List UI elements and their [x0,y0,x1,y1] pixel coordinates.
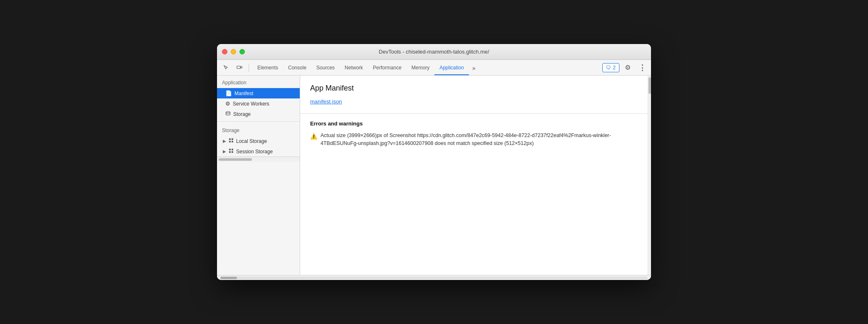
sidebar-item-service-workers[interactable]: ⚙ Service Workers [217,98,300,109]
sidebar-storage-title: Storage [217,123,300,136]
content-title: App Manifest [310,84,638,93]
warning-row: ⚠️ Actual size (3999×2666)px of Screensh… [310,132,638,147]
local-storage-grid-icon [229,138,234,144]
devtools-window: DevTools - chiseled-mammoth-talos.glitch… [217,44,651,280]
sidebar-item-storage-label: Storage [233,111,251,117]
tab-sources[interactable]: Sources [311,61,340,75]
svg-rect-6 [232,141,233,142]
svg-point-2 [226,112,230,113]
sidebar-item-local-storage-label: Local Storage [236,138,267,144]
tab-elements[interactable]: Elements [252,61,283,75]
titlebar: DevTools - chiseled-mammoth-talos.glitch… [217,44,651,60]
bottom-scrollbar-area [217,275,651,280]
tab-bar: Elements Console Sources Network Perform… [252,60,601,75]
warning-text: Actual size (3999×2666)px of Screenshot … [321,132,638,147]
storage-icon [225,111,231,118]
sidebar-item-manifest[interactable]: 📄 Manifest [217,88,300,98]
toolbar-separator [249,64,249,72]
sidebar-item-storage[interactable]: Storage [217,109,300,120]
maximize-button[interactable] [239,49,245,54]
sidebar-application-title: Application [217,76,300,88]
sidebar-item-local-storage[interactable]: ▶ Local Storage [217,136,300,146]
session-storage-chevron-icon: ▶ [223,149,226,154]
tab-overflow-button[interactable]: » [469,61,479,75]
bottom-scrollbar-track [220,277,648,279]
messages-badge-button[interactable]: 🗨 2 [602,63,619,72]
device-toolbar-button[interactable] [234,62,245,74]
settings-button[interactable]: ⚙ [622,62,634,74]
content-wrapper: App Manifest manifest.json Errors and wa… [300,76,651,275]
local-storage-chevron-icon: ▶ [223,139,226,143]
close-button[interactable] [222,49,227,54]
content-scrollbar[interactable] [648,76,651,275]
manifest-icon: 📄 [225,90,232,96]
message-icon: 🗨 [606,65,611,71]
session-storage-grid-icon [229,148,234,155]
svg-rect-4 [232,138,233,140]
inspect-element-button[interactable] [220,62,232,74]
sidebar-divider [217,121,300,122]
manifest-section: App Manifest manifest.json [300,76,648,114]
bottom-scrollbar-thumb [220,277,237,279]
svg-rect-5 [229,141,231,142]
sidebar: Application 📄 Manifest ⚙ Service Workers… [217,76,300,275]
sidebar-item-manifest-label: Manifest [234,91,253,96]
main-area: Application 📄 Manifest ⚙ Service Workers… [217,76,651,275]
svg-rect-8 [232,149,233,150]
sidebar-item-session-storage[interactable]: ▶ Session Storage [217,146,300,157]
tab-performance[interactable]: Performance [368,61,407,75]
content-scrollbar-thumb [649,77,651,94]
tab-network[interactable]: Network [340,61,368,75]
minimize-button[interactable] [231,49,236,54]
manifest-json-link[interactable]: manifest.json [310,98,342,105]
toolbar-right: 🗨 2 ⚙ ⋮ [602,62,648,74]
more-options-button[interactable]: ⋮ [636,62,648,74]
sidebar-scrollbar-thumb [219,158,252,161]
traffic-lights [222,49,245,54]
sidebar-item-service-workers-label: Service Workers [233,101,269,107]
svg-rect-0 [237,66,240,69]
svg-rect-1 [241,66,242,68]
svg-rect-10 [232,151,233,153]
badge-count: 2 [613,65,616,71]
errors-title: Errors and warnings [310,120,638,127]
warning-icon: ⚠️ [310,132,317,141]
service-workers-icon: ⚙ [225,101,230,107]
tab-memory[interactable]: Memory [407,61,434,75]
sidebar-item-session-storage-label: Session Storage [236,149,273,155]
toolbar: Elements Console Sources Network Perform… [217,60,651,76]
svg-rect-9 [229,151,231,153]
tab-console[interactable]: Console [283,61,311,75]
content-panel: App Manifest manifest.json Errors and wa… [300,76,648,275]
svg-rect-3 [229,138,231,140]
errors-section: Errors and warnings ⚠️ Actual size (3999… [300,114,648,156]
window-title: DevTools - chiseled-mammoth-talos.glitch… [379,49,489,55]
sidebar-bottom-scrollbar [217,157,300,162]
svg-rect-7 [229,149,231,150]
tab-application[interactable]: Application [434,61,469,75]
